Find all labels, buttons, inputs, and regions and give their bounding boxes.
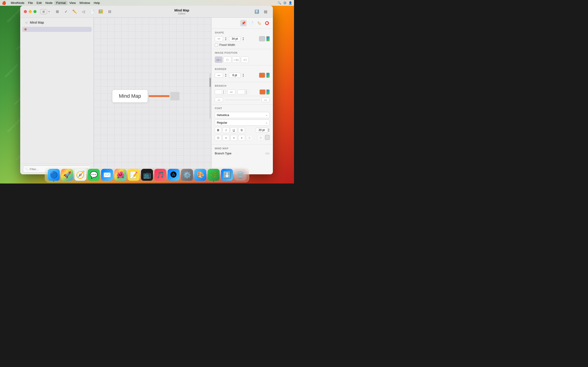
text-align-right[interactable]: ≡ (238, 135, 245, 141)
font-style-select[interactable]: Regular ⌄ (215, 119, 270, 126)
dock-item-trash[interactable]: 🗑️ (234, 169, 246, 181)
font-size-down[interactable]: ▼ (268, 130, 270, 132)
branch-type-right-arrow[interactable]: ▷ (268, 152, 270, 155)
dock-item-mail[interactable]: ✉️ (101, 169, 113, 181)
border-color-more[interactable] (267, 73, 270, 78)
branch-down-1[interactable]: ▼ (222, 92, 225, 94)
text-align-left[interactable]: ≡ (223, 135, 229, 141)
pencil-button[interactable]: ✏️ (71, 8, 78, 15)
shape-size-down[interactable]: ▼ (242, 39, 244, 41)
branch-up-1[interactable]: ▲ (222, 90, 225, 92)
dock-item-appstore[interactable]: 🅐 (168, 169, 180, 181)
branch-extra-line-2[interactable]: — (261, 98, 270, 102)
dock-item-downloads[interactable]: ⬇️ (221, 169, 233, 181)
control-center-icon[interactable]: ⚙️ (283, 1, 287, 5)
dock-item-settings[interactable]: ⚙️ (181, 169, 193, 181)
menu-window[interactable]: Window (78, 1, 92, 5)
branch-color-more[interactable] (267, 90, 270, 94)
branch-extra-line[interactable]: — (215, 98, 223, 102)
shape-color-more[interactable] (267, 36, 270, 41)
img-pos-left[interactable]: ◁— (215, 56, 223, 63)
scrollbar-thumb[interactable] (209, 78, 211, 87)
image-button[interactable]: 🖼️ (97, 8, 104, 15)
menu-node[interactable]: Node (44, 1, 54, 5)
text-align-justify[interactable]: ≡ (246, 135, 253, 141)
strikethrough-button[interactable]: S (238, 127, 245, 133)
menu-format[interactable]: Format (54, 1, 68, 5)
text-color-swatch[interactable] (265, 135, 270, 140)
dock-item-music[interactable]: 🎵 (154, 169, 166, 181)
dock-item-messages[interactable]: 💬 (88, 169, 100, 181)
branch-up-2[interactable]: ▲ (245, 90, 248, 92)
font-name-select[interactable]: Helvetica ⌄ (215, 112, 270, 118)
border-stepper-down[interactable]: ▼ (225, 75, 227, 77)
dock-item-launchpad[interactable]: 🚀 (61, 169, 73, 181)
shape-line-style[interactable]: — (215, 36, 223, 41)
minimize-button[interactable] (29, 10, 32, 13)
font-size-up[interactable]: ▲ (268, 128, 270, 130)
sidebar: ◁ Mind Map 🔍 ↻ (20, 18, 94, 174)
collapse-icon[interactable]: ◁ (24, 20, 28, 25)
img-pos-center[interactable]: □ (224, 56, 231, 63)
img-pos-right[interactable]: —▷ (232, 56, 240, 63)
doc-button[interactable]: 📄 (88, 8, 96, 15)
shape-color-swatch[interactable] (259, 36, 265, 41)
border-size-down[interactable]: ▼ (242, 75, 244, 77)
border-size-up[interactable]: ▲ (242, 73, 244, 75)
vertical-scrollbar[interactable] (209, 73, 211, 119)
underline-button[interactable]: U (230, 127, 237, 133)
branch-line-style[interactable]: — (227, 90, 235, 94)
undo-button[interactable]: ◁ (80, 8, 87, 15)
panel-tab-pin[interactable]: 📌 (240, 20, 247, 26)
check-button[interactable]: ✓ (62, 8, 69, 15)
bold-button[interactable]: B (215, 127, 222, 133)
panel-tab-tag[interactable]: 🏷️ (256, 20, 262, 26)
user-icon[interactable]: 👤 (288, 1, 292, 5)
menu-edit[interactable]: Edit (35, 1, 43, 5)
share-button[interactable]: ⬆️ (253, 8, 260, 15)
canvas-area[interactable]: Mind Map (94, 18, 211, 174)
text-color-toggle[interactable]: A (257, 135, 264, 141)
dock-item-photos[interactable]: 🌺 (114, 169, 126, 181)
branch-down-2[interactable]: ▼ (245, 92, 248, 94)
dock-item-notes[interactable]: 📝 (128, 169, 140, 181)
close-button[interactable] (24, 10, 27, 13)
maximize-button[interactable] (34, 10, 36, 13)
branch-color-swatch[interactable] (259, 90, 266, 94)
branch-end-node[interactable] (170, 92, 179, 100)
fixed-width-checkbox[interactable] (215, 43, 218, 47)
menu-view[interactable]: View (68, 1, 78, 5)
border-color-swatch[interactable] (259, 73, 265, 78)
central-node[interactable]: Mind Map (112, 90, 148, 102)
panel-tab-circle[interactable]: ⭕ (264, 20, 270, 26)
dropdown-chevron-icon[interactable]: ▾ (48, 10, 50, 13)
dock-item-appletv[interactable]: 📺 (141, 169, 153, 181)
apple-menu[interactable]: 🍎 (2, 1, 6, 5)
panel-tab-doc[interactable]: 📄 (248, 20, 254, 26)
branch-type-left-arrow[interactable]: ◁ (265, 152, 267, 155)
dock-item-mindnode[interactable]: 🌿 (208, 169, 220, 181)
dock-item-finder[interactable]: 🔵 (48, 169, 60, 181)
italic-button[interactable]: I (223, 127, 229, 133)
shape-size-up[interactable]: ▲ (242, 37, 244, 39)
text-align-center[interactable]: ≡ (230, 135, 237, 141)
dock-item-safari[interactable]: 🧭 (74, 169, 86, 181)
menu-file[interactable]: File (26, 1, 35, 5)
border-line-style[interactable]: — (215, 73, 223, 78)
mindmap-node[interactable]: Mind Map (112, 90, 179, 102)
search-icon[interactable]: 🔍 (277, 1, 281, 5)
border-stepper-up[interactable]: ▲ (225, 73, 227, 75)
text-align-icon-1[interactable]: ⊡ (215, 135, 222, 141)
branch-stepper-2: ▲ ▼ (237, 90, 248, 94)
sidebar-right-toggle[interactable]: ▤ (262, 8, 269, 15)
menu-mindnode[interactable]: MindNode (9, 1, 26, 5)
img-pos-top[interactable]: ↑□ (241, 56, 249, 63)
sidebar-toggle-button[interactable]: ⊞ (40, 9, 47, 14)
layout-button[interactable]: ⊟ (106, 8, 113, 15)
grid-view-button[interactable]: ⊞ (53, 8, 61, 15)
dock-item-artstudio[interactable]: 🎨 (194, 169, 206, 181)
menu-help[interactable]: Help (92, 1, 102, 5)
shape-stepper-up[interactable]: ▲ (225, 37, 227, 39)
shape-stepper-down[interactable]: ▼ (225, 39, 227, 41)
sidebar-item[interactable] (22, 27, 92, 32)
